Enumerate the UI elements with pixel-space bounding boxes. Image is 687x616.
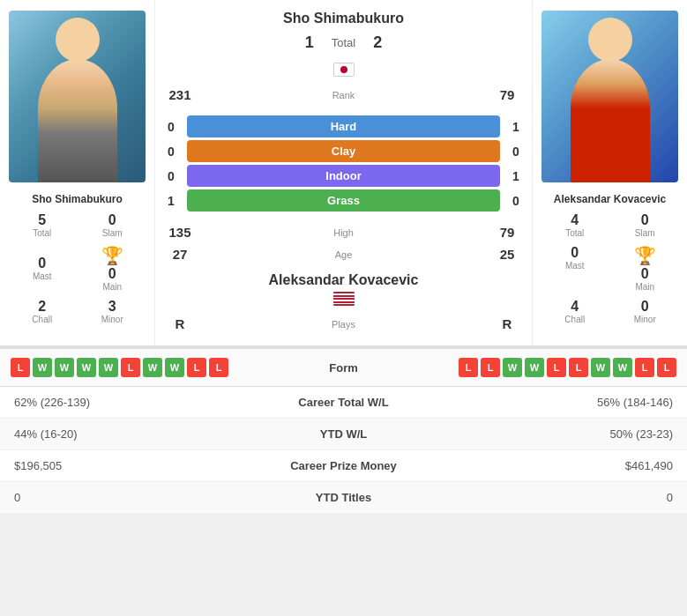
- ytd-wl-row: 44% (16-20) YTD W/L 50% (23-23): [0, 419, 687, 450]
- form-left-3: W: [55, 358, 74, 377]
- form-right-2: L: [481, 358, 500, 377]
- flag-row-right: [333, 292, 355, 306]
- surface-indoor: 0 Indoor 1: [162, 165, 525, 187]
- career-total-left: 62% (226-139): [0, 387, 176, 419]
- right-total-value: 4: [540, 212, 610, 228]
- form-right-3: W: [503, 358, 522, 377]
- form-label: Form: [291, 361, 397, 375]
- left-slam-value: 0: [78, 212, 148, 228]
- main-container: Sho Shimabukuro 5 Total 0 Slam 0 Mast 🏆 …: [0, 0, 687, 514]
- grass-button[interactable]: Grass: [187, 189, 500, 212]
- left-rank-val: 231: [162, 87, 198, 102]
- right-rank-val: 79: [489, 87, 525, 102]
- plays-label: Plays: [198, 319, 489, 330]
- flag-row-left: [333, 63, 355, 77]
- hard-left-score: 0: [162, 120, 180, 134]
- form-right-5: L: [547, 358, 566, 377]
- form-left-10: L: [209, 358, 228, 377]
- form-left-8: W: [165, 358, 184, 377]
- player-left-stats: 5 Total 0 Slam 0 Mast 🏆 0 Main 2: [0, 209, 154, 328]
- left-slam-label: Slam: [78, 228, 148, 238]
- right-mast-stat: 0 Mast: [540, 245, 610, 292]
- plays-row: R Plays R: [162, 316, 525, 331]
- left-chall-label: Chall: [7, 315, 78, 324]
- form-right-1: L: [459, 358, 478, 377]
- flag-japan: [333, 63, 355, 77]
- ytd-wl-left: 44% (16-20): [0, 419, 176, 450]
- left-minor-value: 3: [78, 299, 148, 315]
- left-chall-stat: 2 Chall: [7, 299, 78, 324]
- surface-clay: 0 Clay 0: [162, 140, 525, 162]
- score-left: 1: [305, 33, 314, 52]
- ytd-titles-row: 0 YTD Titles 0: [0, 482, 687, 514]
- left-age-val: 27: [162, 247, 198, 262]
- left-main-value: 0: [78, 266, 148, 282]
- ytd-titles-right: 0: [511, 482, 687, 514]
- left-minor-label: Minor: [78, 315, 148, 324]
- form-left-7: W: [143, 358, 162, 377]
- right-mast-label: Mast: [540, 261, 610, 271]
- right-minor-value: 0: [610, 299, 681, 315]
- right-age-val: 25: [489, 247, 525, 262]
- clay-left-score: 0: [162, 145, 180, 159]
- right-slam-value: 0: [610, 212, 681, 228]
- prize-label: Career Prize Money: [176, 450, 511, 482]
- age-row: 27 Age 25: [162, 247, 525, 262]
- player-right-stats: 4 Total 0 Slam 0 Mast 🏆 0 Main 4: [533, 209, 687, 328]
- player-right-photo: [541, 11, 678, 182]
- clay-button[interactable]: Clay: [187, 140, 500, 162]
- form-left-2: W: [33, 358, 52, 377]
- form-right-8: W: [613, 358, 632, 377]
- prize-row: $196,505 Career Prize Money $461,490: [0, 450, 687, 482]
- form-badges-left: L W W W W L W W L L: [11, 358, 291, 377]
- form-left-9: L: [187, 358, 206, 377]
- surface-grid: 0 Hard 1 0 Clay 0 0 Indoor 1 1 Grass: [162, 113, 525, 214]
- right-plays-val: R: [489, 316, 525, 331]
- indoor-right-score: 1: [507, 169, 525, 183]
- form-left-6: L: [121, 358, 140, 377]
- right-slam-label: Slam: [610, 228, 681, 238]
- ytd-wl-right: 50% (23-23): [511, 419, 687, 450]
- center-stats: Sho Shimabukuro 1 Total 2 231 Rank 79 0: [154, 0, 533, 345]
- career-total-label: Career Total W/L: [176, 387, 511, 419]
- score-row: 1 Total 2: [305, 33, 383, 52]
- player-right-name: Aleksandar Kovacevic: [547, 189, 673, 209]
- rank-label: Rank: [198, 90, 489, 100]
- left-main-label: Main: [78, 282, 148, 292]
- right-slam-stat: 0 Slam: [610, 212, 681, 238]
- hard-button[interactable]: Hard: [187, 115, 500, 137]
- form-left-5: W: [99, 358, 118, 377]
- form-right-10: L: [657, 358, 676, 377]
- form-badges-right: L L W W L L W W L L: [397, 358, 677, 377]
- form-right-7: W: [591, 358, 610, 377]
- player-left-photo: [9, 11, 146, 182]
- high-row: 135 High 79: [162, 225, 525, 240]
- high-label: High: [198, 227, 489, 238]
- form-right-4: W: [525, 358, 544, 377]
- left-total-label: Total: [7, 228, 78, 238]
- form-left-1: L: [11, 358, 30, 377]
- form-section: L W W W W L W W L L Form L L W W L L W W…: [0, 349, 687, 387]
- surface-hard: 0 Hard 1: [162, 115, 525, 137]
- form-right-9: L: [635, 358, 654, 377]
- ytd-titles-left: 0: [0, 482, 176, 514]
- right-chall-label: Chall: [540, 315, 610, 324]
- center-right-name: Aleksandar Kovacevic: [269, 272, 419, 288]
- career-total-row: 62% (226-139) Career Total W/L 56% (184-…: [0, 387, 687, 419]
- left-slam-stat: 0 Slam: [78, 212, 148, 238]
- left-minor-stat: 3 Minor: [78, 299, 148, 324]
- ytd-wl-label: YTD W/L: [176, 419, 511, 450]
- left-mast-stat: 0 Mast: [7, 245, 78, 292]
- age-label: Age: [198, 249, 489, 260]
- trophy-icon-right: 🏆: [610, 245, 681, 266]
- career-stats-table: 62% (226-139) Career Total W/L 56% (184-…: [0, 387, 687, 514]
- right-high-val: 79: [489, 225, 525, 240]
- left-chall-value: 2: [7, 299, 78, 315]
- prize-left: $196,505: [0, 450, 176, 482]
- grass-left-score: 1: [162, 194, 180, 208]
- surface-grass: 1 Grass 0: [162, 189, 525, 212]
- left-high-val: 135: [162, 225, 198, 240]
- left-mast-value: 0: [38, 256, 46, 271]
- indoor-button[interactable]: Indoor: [187, 165, 500, 187]
- rank-row: 231 Rank 79: [162, 87, 525, 102]
